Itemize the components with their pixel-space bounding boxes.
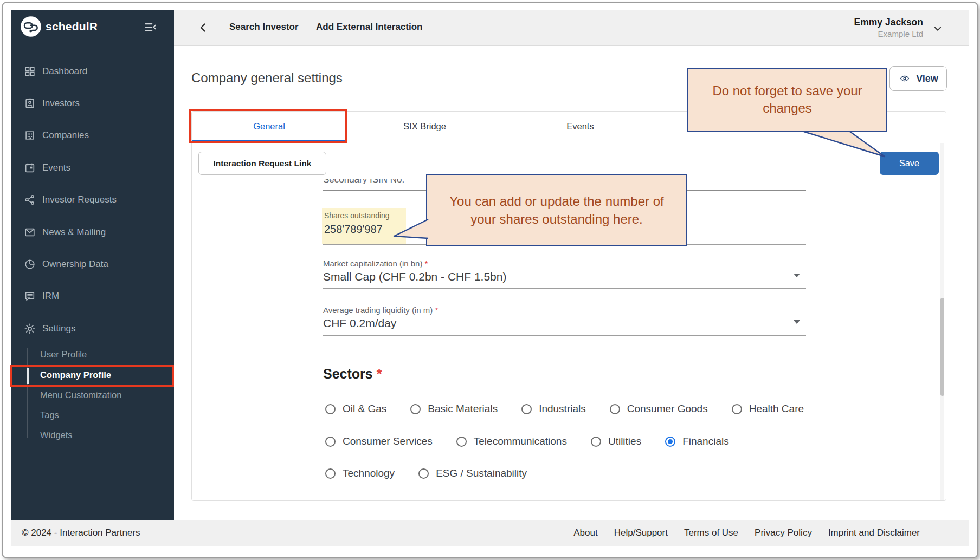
gear-icon	[24, 323, 36, 335]
sector-option-label: Oil & Gas	[343, 403, 386, 415]
footer-link-about[interactable]: About	[573, 528, 597, 538]
footer-link-imprint-and-disclaimer[interactable]: Imprint and Disclaimer	[828, 528, 920, 538]
sidebar-item-settings[interactable]: Settings	[11, 321, 174, 337]
topnav-search-investor[interactable]: Search Investor	[229, 22, 299, 32]
tab-divider	[192, 142, 946, 142]
sector-option-label: Telecommunications	[474, 435, 567, 447]
tab-events[interactable]: Events	[502, 111, 658, 142]
radio-basic-materials[interactable]	[410, 404, 421, 414]
footer-link-help-support[interactable]: Help/Support	[614, 528, 668, 538]
radio-consumer-goods[interactable]	[610, 404, 620, 414]
sector-option-health-care[interactable]: Health Care	[732, 403, 804, 415]
sidebar-subitem-tags[interactable]: Tags	[11, 408, 174, 424]
market-cap-dropdown-arrow-icon[interactable]	[794, 274, 800, 277]
sidebar: schedulR DashboardInvestorsCompaniesEven…	[11, 10, 174, 520]
required-asterisk: *	[377, 366, 382, 381]
footer-link-terms-of-use[interactable]: Terms of Use	[684, 528, 738, 538]
sector-option-oil-gas[interactable]: Oil & Gas	[325, 403, 386, 415]
trading-liquidity-dropdown-arrow-icon[interactable]	[794, 320, 800, 324]
sidebar-item-label: Investor Requests	[42, 194, 117, 205]
sidebar-subitem-label: User Profile	[40, 349, 87, 360]
radio-industrials[interactable]	[521, 404, 532, 414]
sidebar-item-label: IRM	[42, 291, 59, 302]
sector-option-label: Health Care	[749, 403, 804, 415]
page-title: Company general settings	[191, 70, 343, 86]
callout-save-reminder: Do not forget to save your changes	[687, 68, 887, 132]
sector-option-consumer-goods[interactable]: Consumer Goods	[610, 403, 708, 415]
sidebar-item-companies[interactable]: Companies	[11, 128, 174, 144]
sector-option-financials[interactable]: Financials	[665, 435, 729, 447]
investor-badge-icon	[24, 97, 36, 109]
sector-option-utilities[interactable]: Utilities	[591, 435, 641, 447]
sector-option-technology[interactable]: Technology	[325, 467, 395, 479]
callout-shares-hint: You can add or update the number of your…	[426, 174, 687, 246]
tab-six-bridge[interactable]: SIX Bridge	[347, 111, 502, 142]
sidebar-item-label: Settings	[42, 323, 75, 334]
sector-option-esg-sustainability[interactable]: ESG / Sustainability	[418, 467, 527, 479]
eye-icon	[898, 74, 911, 83]
required-asterisk: *	[425, 259, 428, 268]
radio-oil-gas[interactable]	[325, 404, 336, 414]
sector-option-label: Industrials	[539, 403, 586, 415]
card-scrollbar-thumb[interactable]	[940, 298, 944, 396]
user-menu[interactable]: Emmy Jackson Example Ltd	[854, 16, 923, 39]
radio-consumer-services[interactable]	[325, 437, 336, 447]
sector-option-label: Technology	[343, 467, 395, 479]
market-cap-select[interactable]: Small Cap (CHF 0.2bn - CHF 1.5bn)	[323, 270, 506, 283]
sector-row: Consumer ServicesTelecommunicationsUtili…	[325, 434, 729, 448]
menu-fold-icon[interactable]	[143, 20, 157, 34]
footer-link-privacy-policy[interactable]: Privacy Policy	[755, 528, 812, 538]
market-cap-label: Market capitalization (in bn) *	[323, 259, 428, 268]
user-name: Emmy Jackson	[854, 16, 923, 29]
sidebar-subitem-widgets[interactable]: Widgets	[11, 428, 174, 444]
sidebar-item-label: Events	[42, 162, 70, 173]
sector-option-telecommunications[interactable]: Telecommunications	[456, 435, 567, 447]
sidebar-subitem-user-profile[interactable]: User Profile	[11, 347, 174, 363]
sector-option-label: Basic Materials	[428, 403, 498, 415]
radio-technology[interactable]	[325, 468, 336, 479]
sidebar-subitem-label: Menu Customization	[40, 390, 121, 400]
sidebar-item-label: News & Mailing	[42, 227, 106, 238]
chevron-down-icon[interactable]	[932, 23, 944, 35]
sidebar-subitem-menu-customization[interactable]: Menu Customization	[11, 388, 174, 404]
topnav-add-external-interaction[interactable]: Add External Interaction	[316, 22, 422, 32]
sidebar-item-news-mailing[interactable]: News & Mailing	[11, 225, 174, 241]
sidebar-item-label: Dashboard	[42, 66, 87, 77]
sidebar-item-label: Investors	[42, 98, 80, 109]
trading-liquidity-underline	[323, 335, 806, 336]
chevron-left-icon[interactable]	[197, 21, 210, 34]
sidebar-item-irm[interactable]: IRM	[11, 289, 174, 305]
envelope-icon	[24, 226, 36, 238]
radio-financials[interactable]	[665, 437, 675, 447]
sidebar-subitem-label: Tags	[40, 410, 59, 420]
trading-liquidity-select[interactable]: CHF 0.2m/day	[323, 317, 396, 330]
shares-outstanding-value[interactable]: 258'789'987	[324, 223, 383, 236]
radio-utilities[interactable]	[591, 437, 601, 447]
radio-health-care[interactable]	[732, 404, 742, 414]
sector-row: Oil & GasBasic MaterialsIndustrialsConsu…	[325, 402, 804, 416]
sidebar-item-label: Companies	[42, 130, 89, 141]
radio-telecommunications[interactable]	[456, 437, 467, 447]
market-cap-underline	[323, 288, 806, 289]
tab-general[interactable]: General	[191, 111, 347, 142]
footer-copyright: © 2024 - Interaction Partners	[22, 528, 140, 538]
sidebar-item-ownership-data[interactable]: Ownership Data	[11, 257, 174, 273]
sidebar-item-label: Ownership Data	[42, 259, 108, 270]
view-button[interactable]: View	[889, 66, 947, 91]
share-nodes-icon	[24, 194, 36, 206]
sidebar-item-dashboard[interactable]: Dashboard	[11, 64, 174, 80]
sidebar-item-events[interactable]: Events	[11, 160, 174, 177]
sidebar-item-investor-requests[interactable]: Investor Requests	[11, 192, 174, 209]
interaction-request-link-button[interactable]: Interaction Request Link	[198, 152, 326, 175]
sector-option-label: Consumer Services	[343, 435, 433, 447]
sector-option-consumer-services[interactable]: Consumer Services	[325, 435, 433, 447]
view-button-label: View	[916, 73, 938, 84]
app-screen: schedulR DashboardInvestorsCompaniesEven…	[0, 0, 980, 560]
sidebar-subitem-company-profile[interactable]: Company Profile	[11, 368, 174, 384]
radio-esg-sustainability[interactable]	[418, 468, 429, 479]
save-button[interactable]: Save	[880, 152, 939, 175]
sector-row: TechnologyESG / Sustainability	[325, 466, 527, 480]
sidebar-item-investors[interactable]: Investors	[11, 96, 174, 112]
sector-option-basic-materials[interactable]: Basic Materials	[410, 403, 498, 415]
sector-option-industrials[interactable]: Industrials	[521, 403, 586, 415]
